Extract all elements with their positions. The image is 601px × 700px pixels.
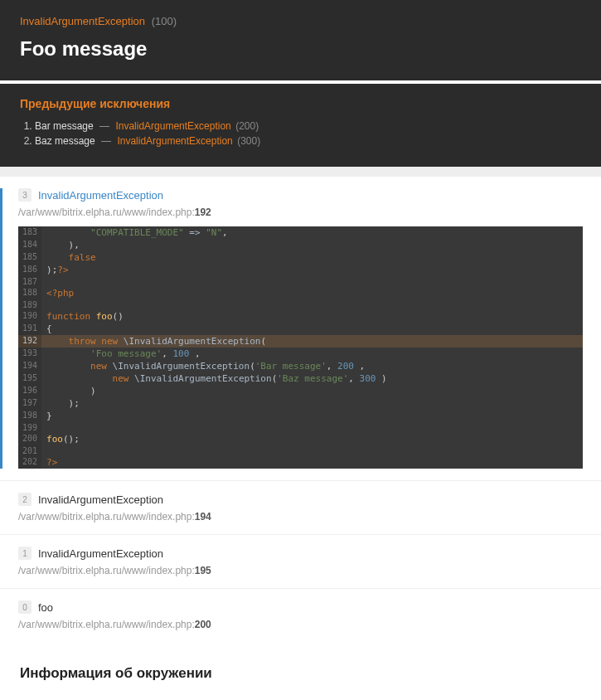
- line-content: [41, 299, 583, 310]
- line-content: function foo(): [41, 310, 583, 323]
- code-line: 190function foo(): [18, 310, 583, 323]
- code-line: 184 ),: [18, 239, 583, 251]
- code-line: 195 new \InvalidArgumentException('Baz m…: [18, 372, 583, 385]
- frame-title[interactable]: InvalidArgumentException: [38, 189, 163, 202]
- line-content: {: [41, 323, 583, 335]
- code-line: 199: [18, 422, 583, 433]
- previous-class[interactable]: InvalidArgumentException: [115, 120, 230, 132]
- frame-head: 2InvalidArgumentException: [18, 493, 583, 506]
- line-content: <?php: [41, 287, 583, 299]
- line-content: ?>: [41, 456, 583, 469]
- dash: —: [97, 120, 113, 132]
- line-number: 200: [18, 433, 41, 445]
- environment-info: Информация об окружении $_GETfoo: array …: [0, 642, 601, 700]
- previous-item: Bar message — InvalidArgumentException (…: [35, 120, 581, 132]
- previous-code: (300): [235, 135, 260, 147]
- line-content: );?>: [41, 264, 583, 276]
- frame-title: foo: [38, 601, 53, 614]
- line-content: new \InvalidArgumentException('Baz messa…: [41, 372, 583, 385]
- frame-head: 3InvalidArgumentException: [18, 188, 583, 202]
- line-number: 199: [18, 422, 41, 433]
- line-content: ): [41, 385, 583, 397]
- previous-list: Bar message — InvalidArgumentException (…: [35, 120, 581, 147]
- previous-code: (200): [233, 120, 259, 132]
- stack-frame[interactable]: 0foo/var/www/bitrix.elpha.ru/www/index.p…: [0, 589, 601, 642]
- frame-path: /var/www/bitrix.elpha.ru/www/index.php:2…: [18, 619, 583, 630]
- code-line: 192 throw new \InvalidArgumentException(: [18, 335, 583, 348]
- frame-line: 195: [195, 565, 211, 576]
- code-line: 201: [18, 445, 583, 456]
- code-line: 193 'Foo message', 100 ,: [18, 348, 583, 360]
- line-number: 190: [18, 310, 41, 323]
- line-number: 201: [18, 445, 41, 456]
- stack-frame[interactable]: 1InvalidArgumentException/var/www/bitrix…: [0, 535, 601, 589]
- line-content: }: [41, 410, 583, 422]
- line-number: 198: [18, 410, 41, 422]
- line-number: 183: [18, 226, 41, 239]
- frame-line: 194: [195, 511, 211, 523]
- stack-frame[interactable]: 2InvalidArgumentException/var/www/bitrix…: [0, 481, 601, 535]
- line-number: 197: [18, 397, 41, 410]
- line-content: throw new \InvalidArgumentException(: [41, 335, 583, 348]
- line-content: 'Foo message', 100 ,: [41, 348, 583, 360]
- code-line: 191{: [18, 323, 583, 335]
- line-content: [41, 445, 583, 456]
- line-number: 191: [18, 323, 41, 335]
- frame-line: 192: [195, 207, 211, 218]
- previous-item: Baz message — InvalidArgumentException (…: [35, 135, 581, 147]
- frame-title: InvalidArgumentException: [38, 493, 163, 506]
- dash: —: [99, 135, 114, 147]
- previous-msg: Baz message: [35, 135, 95, 147]
- frame-path: /var/www/bitrix.elpha.ru/www/index.php:1…: [18, 565, 583, 576]
- code-line: 200foo();: [18, 433, 583, 445]
- line-number: 194: [18, 360, 41, 372]
- line-content: new \InvalidArgumentException('Bar messa…: [41, 360, 583, 372]
- line-number: 184: [18, 239, 41, 251]
- frame-path: /var/www/bitrix.elpha.ru/www/index.php:1…: [18, 207, 583, 218]
- frame-head: 1InvalidArgumentException: [18, 547, 583, 560]
- exception-code: (100): [152, 15, 177, 27]
- env-title: Информация об окружении: [20, 665, 581, 682]
- exception-message: Foo message: [20, 37, 581, 61]
- code-line: 197 );: [18, 397, 583, 410]
- line-content: false: [41, 251, 583, 264]
- line-number: 187: [18, 276, 41, 287]
- line-number: 188: [18, 287, 41, 299]
- line-number: 202: [18, 456, 41, 469]
- frame-line: 200: [195, 619, 211, 630]
- code-block: 183 "COMPATIBLE_MODE" => "N",184 ),185 f…: [18, 226, 583, 469]
- previous-title: Предыдущие исключения: [20, 97, 581, 110]
- code-line: 183 "COMPATIBLE_MODE" => "N",: [18, 226, 583, 239]
- line-content: "COMPATIBLE_MODE" => "N",: [41, 226, 583, 239]
- frame-badge: 1: [18, 547, 32, 560]
- code-line: 189: [18, 299, 583, 310]
- line-content: [41, 276, 583, 287]
- line-number: 193: [18, 348, 41, 360]
- line-content: );: [41, 397, 583, 410]
- exception-class: InvalidArgumentException: [20, 15, 145, 27]
- code-line: 185 false: [18, 251, 583, 264]
- stack-trace: 3InvalidArgumentException/var/www/bitrix…: [0, 177, 601, 642]
- line-number: 196: [18, 385, 41, 397]
- code-line: 188<?php: [18, 287, 583, 299]
- exception-type: InvalidArgumentException (100): [20, 15, 581, 27]
- frame-badge: 2: [18, 493, 32, 506]
- line-content: foo();: [41, 433, 583, 445]
- code-line: 186);?>: [18, 264, 583, 276]
- line-number: 192: [18, 335, 41, 348]
- line-number: 189: [18, 299, 41, 310]
- previous-exceptions: Предыдущие исключения Bar message — Inva…: [0, 84, 601, 167]
- code-line: 198}: [18, 410, 583, 422]
- line-number: 195: [18, 372, 41, 385]
- stack-frame[interactable]: 3InvalidArgumentException/var/www/bitrix…: [0, 177, 601, 481]
- code-line: 196 ): [18, 385, 583, 397]
- frame-head: 0foo: [18, 600, 583, 614]
- gap: [0, 167, 601, 177]
- code-line: 194 new \InvalidArgumentException('Bar m…: [18, 360, 583, 372]
- previous-class[interactable]: InvalidArgumentException: [117, 135, 232, 147]
- code-line: 202?>: [18, 456, 583, 469]
- code-wrap: 3InvalidArgumentException/var/www/bitrix…: [0, 188, 583, 469]
- frame-title: InvalidArgumentException: [38, 547, 163, 560]
- line-number: 186: [18, 264, 41, 276]
- frame-path: /var/www/bitrix.elpha.ru/www/index.php:1…: [18, 511, 583, 523]
